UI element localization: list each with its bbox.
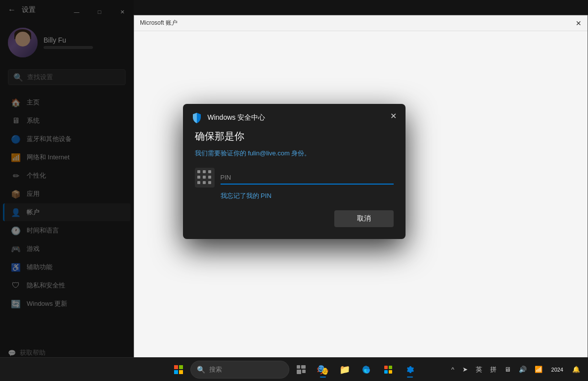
task-view-icon xyxy=(297,365,306,374)
pin-dot xyxy=(203,181,206,184)
svg-rect-4 xyxy=(297,365,300,369)
security-dialog-description: 我们需要验证你的 fulin@live.com 身份。 xyxy=(195,149,394,158)
pin-input-row xyxy=(195,168,394,188)
pin-dots-grid xyxy=(197,170,212,185)
settings-gear-icon xyxy=(406,365,414,374)
pin-dot xyxy=(208,181,211,184)
security-dialog-close-button[interactable]: ✕ xyxy=(386,108,402,124)
display-icon[interactable]: 🖥 xyxy=(502,364,513,375)
taskbar-search-placeholder: 搜索 xyxy=(209,365,222,374)
security-dialog-titlebar: Windows 安全中心 ✕ xyxy=(183,104,406,130)
svg-rect-7 xyxy=(302,370,306,373)
windows-logo-icon xyxy=(174,365,183,374)
ms-dialog-close-button[interactable]: ✕ xyxy=(572,16,586,30)
chevron-tray-icon[interactable]: ^ xyxy=(449,364,456,375)
edge-icon xyxy=(362,365,371,374)
svg-rect-11 xyxy=(389,370,392,374)
svg-rect-0 xyxy=(174,365,178,369)
taskbar-right: ^ ➤ 英 拼 🖥 🔊 📶 2024 🔔 xyxy=(449,363,588,376)
forgot-pin-link[interactable]: 我忘记了我的 PIN xyxy=(221,191,394,200)
pin-dot xyxy=(208,176,211,179)
taskbar-search-icon: 🔍 xyxy=(197,366,205,374)
file-explorer-button[interactable]: 📁 xyxy=(335,360,355,380)
app-icon-mascot[interactable]: 🎭 xyxy=(313,360,333,380)
network-tray-icon[interactable]: 📶 xyxy=(533,364,544,375)
taskbar: 🔍 搜索 🎭 📁 xyxy=(0,357,588,381)
file-explorer-icon: 📁 xyxy=(339,364,350,375)
taskbar-year: 2024 xyxy=(551,367,563,373)
send-icon[interactable]: ➤ xyxy=(460,364,470,375)
svg-rect-9 xyxy=(389,366,392,369)
svg-rect-8 xyxy=(384,366,388,369)
svg-rect-1 xyxy=(179,365,183,369)
security-dialog-title: Windows 安全中心 xyxy=(208,113,266,122)
lang-en-label[interactable]: 英 xyxy=(474,363,484,376)
svg-rect-5 xyxy=(301,365,306,369)
pin-input[interactable] xyxy=(221,171,394,185)
shield-icon xyxy=(191,112,203,124)
task-view-button[interactable] xyxy=(291,360,311,380)
ms-dialog-titlebar: Microsoft 账户 ✕ xyxy=(134,15,588,31)
ms-dialog-title: Microsoft 账户 xyxy=(140,19,178,27)
svg-rect-10 xyxy=(384,370,388,374)
pin-dot xyxy=(203,176,206,179)
pin-dot xyxy=(197,176,200,179)
pin-dot xyxy=(197,181,200,184)
ms-store-icon xyxy=(384,365,393,374)
svg-rect-6 xyxy=(297,370,301,374)
security-dialog-body: 确保那是你 我们需要验证你的 fulin@live.com 身份。 xyxy=(183,130,406,200)
pin-dot xyxy=(208,170,211,173)
security-dialog-actions: 取消 xyxy=(183,210,406,227)
description-text-2: 身份。 xyxy=(290,149,311,157)
mascot-icon: 🎭 xyxy=(317,364,329,376)
description-text-1: 我们需要验证你的 xyxy=(195,149,248,157)
taskbar-search[interactable]: 🔍 搜索 xyxy=(190,361,289,379)
cancel-button[interactable]: 取消 xyxy=(334,210,394,227)
start-button[interactable] xyxy=(169,360,188,380)
edge-browser-button[interactable] xyxy=(357,360,376,380)
pin-dot xyxy=(197,170,200,173)
notification-icon[interactable]: 🔔 xyxy=(570,364,582,375)
volume-icon[interactable]: 🔊 xyxy=(517,364,529,375)
security-dialog-heading: 确保那是你 xyxy=(195,130,394,143)
description-email: fulin@live.com xyxy=(248,149,290,157)
pin-keypad-button[interactable] xyxy=(195,168,215,188)
taskbar-clock[interactable]: 2024 xyxy=(548,365,566,375)
svg-rect-3 xyxy=(179,370,183,374)
settings-taskbar-button[interactable] xyxy=(400,360,420,380)
svg-rect-2 xyxy=(174,370,178,374)
pin-dot xyxy=(203,170,206,173)
security-dialog: Windows 安全中心 ✕ 确保那是你 我们需要验证你的 fulin@live… xyxy=(183,104,406,239)
lang-pin-label[interactable]: 拼 xyxy=(488,363,498,376)
ms-store-button[interactable] xyxy=(378,360,398,380)
taskbar-center: 🔍 搜索 🎭 📁 xyxy=(169,360,420,380)
